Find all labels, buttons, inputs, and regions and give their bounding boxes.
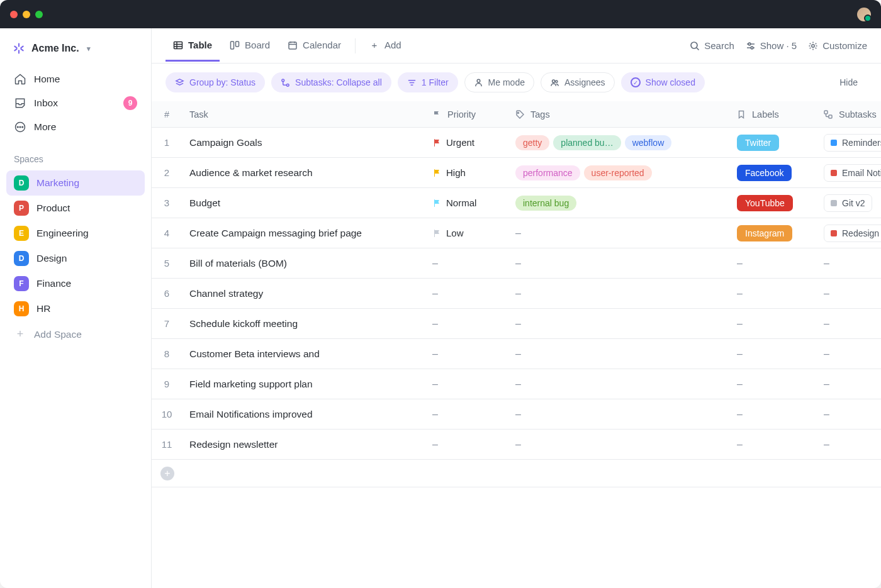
tags-cell[interactable]: – xyxy=(508,288,729,299)
space-item-engineering[interactable]: EEngineering xyxy=(6,221,145,246)
tags-cell[interactable]: – xyxy=(508,439,729,450)
subtasks-cell[interactable]: Reminders for xyxy=(816,134,881,152)
table-row[interactable]: 11 Redesign newsletter – – – – xyxy=(152,430,881,460)
tag-chip[interactable]: getty xyxy=(515,135,549,150)
labels-cell[interactable]: – xyxy=(729,258,816,269)
column-task[interactable]: Task xyxy=(182,109,425,119)
task-name[interactable]: Schedule kickoff meeting xyxy=(182,318,425,330)
task-name[interactable]: Bill of materials (BOM) xyxy=(182,258,425,269)
labels-cell[interactable]: Twitter xyxy=(729,135,816,151)
tags-cell[interactable]: – xyxy=(508,348,729,360)
table-row[interactable]: 3 Budget Normal internal bug YouTubbe Gi… xyxy=(152,188,881,218)
minimize-window-button[interactable] xyxy=(23,11,30,18)
hide-button[interactable]: Hide xyxy=(830,72,867,92)
label-chip[interactable]: Twitter xyxy=(737,135,779,151)
labels-cell[interactable]: – xyxy=(729,348,816,360)
space-item-design[interactable]: DDesign xyxy=(6,246,145,271)
priority-cell[interactable]: – xyxy=(425,379,508,390)
column-labels[interactable]: Labels xyxy=(729,109,816,119)
tags-cell[interactable]: – xyxy=(508,258,729,269)
space-item-hr[interactable]: HHR xyxy=(6,296,145,321)
label-chip[interactable]: Instagram xyxy=(737,225,792,241)
label-chip[interactable]: Facebook xyxy=(737,165,792,181)
assignees-pill[interactable]: Assignees xyxy=(541,72,615,92)
nav-home[interactable]: Home xyxy=(6,67,145,91)
table-row[interactable]: 5 Bill of materials (BOM) – – – – xyxy=(152,248,881,279)
subtask-chip[interactable]: Email Notificat xyxy=(824,164,881,182)
space-item-product[interactable]: PProduct xyxy=(6,196,145,221)
table-row[interactable]: 8 Customer Beta interviews and – – – – xyxy=(152,339,881,369)
priority-cell[interactable]: – xyxy=(425,318,508,330)
user-avatar[interactable] xyxy=(857,8,871,21)
priority-cell[interactable]: – xyxy=(425,348,508,360)
subtasks-cell[interactable]: – xyxy=(816,439,881,450)
filter-pill[interactable]: 1 Filter xyxy=(398,72,458,92)
priority-cell[interactable]: High xyxy=(425,167,508,178)
labels-cell[interactable]: – xyxy=(729,409,816,420)
tag-chip[interactable]: user-reported xyxy=(584,165,652,180)
show-closed-pill[interactable]: ✓ Show closed xyxy=(621,72,705,92)
task-name[interactable]: Customer Beta interviews and xyxy=(182,348,425,360)
show-button[interactable]: Show · 5 xyxy=(746,40,797,51)
subtasks-cell[interactable]: – xyxy=(816,379,881,390)
me-mode-pill[interactable]: Me mode xyxy=(464,72,534,92)
labels-cell[interactable]: – xyxy=(729,379,816,390)
nav-inbox[interactable]: Inbox 9 xyxy=(6,91,145,115)
tags-cell[interactable]: – xyxy=(508,379,729,390)
tab-board[interactable]: Board xyxy=(222,30,278,62)
priority-cell[interactable]: Low xyxy=(425,228,508,238)
tags-cell[interactable]: internal bug xyxy=(508,196,729,211)
labels-cell[interactable]: – xyxy=(729,318,816,330)
group-by-pill[interactable]: Group by: Status xyxy=(166,72,265,92)
labels-cell[interactable]: YouTubbe xyxy=(729,195,816,211)
priority-cell[interactable]: Urgent xyxy=(425,137,508,148)
subtasks-cell[interactable]: – xyxy=(816,348,881,360)
subtasks-cell[interactable]: Redesign Chro xyxy=(816,225,881,242)
subtasks-cell[interactable]: – xyxy=(816,258,881,269)
search-button[interactable]: Search xyxy=(690,40,734,51)
task-name[interactable]: Channel strategy xyxy=(182,288,425,299)
priority-cell[interactable]: – xyxy=(425,409,508,420)
column-tags[interactable]: Tags xyxy=(508,109,729,119)
task-name[interactable]: Create Campaign messaging brief page xyxy=(182,228,425,239)
table-row[interactable]: 7 Schedule kickoff meeting – – – – xyxy=(152,309,881,339)
tags-cell[interactable]: performance user-reported xyxy=(508,165,729,180)
priority-cell[interactable]: – xyxy=(425,439,508,450)
subtasks-cell[interactable]: – xyxy=(816,288,881,299)
task-name[interactable]: Audience & market research xyxy=(182,167,425,179)
table-row[interactable]: 4 Create Campaign messaging brief page L… xyxy=(152,218,881,248)
priority-cell[interactable]: – xyxy=(425,288,508,299)
tags-cell[interactable]: getty planned bu… webflow xyxy=(508,135,729,150)
tags-cell[interactable]: – xyxy=(508,409,729,420)
priority-cell[interactable]: – xyxy=(425,258,508,269)
tags-cell[interactable]: – xyxy=(508,318,729,330)
table-row[interactable]: 2 Audience & market research High perfor… xyxy=(152,158,881,188)
labels-cell[interactable]: – xyxy=(729,288,816,299)
task-name[interactable]: Email Notifications improved xyxy=(182,409,425,420)
table-row[interactable]: 6 Channel strategy – – – – xyxy=(152,279,881,309)
priority-cell[interactable]: Normal xyxy=(425,197,508,208)
add-task-button[interactable]: + xyxy=(160,467,174,480)
subtask-chip[interactable]: Redesign Chro xyxy=(824,225,881,242)
task-name[interactable]: Campaign Goals xyxy=(182,137,425,148)
table-row[interactable]: 9 Field marketing support plan – – – – xyxy=(152,369,881,399)
customize-button[interactable]: Customize xyxy=(808,40,867,51)
subtasks-pill[interactable]: Subtasks: Collapse all xyxy=(271,72,391,92)
subtasks-cell[interactable]: Email Notificat xyxy=(816,164,881,182)
workspace-selector[interactable]: Acme Inc. ▾ xyxy=(0,35,151,64)
table-row[interactable]: 10 Email Notifications improved – – – – xyxy=(152,399,881,430)
tag-chip[interactable]: planned bu… xyxy=(553,135,620,150)
space-item-marketing[interactable]: DMarketing xyxy=(6,170,145,196)
task-name[interactable]: Field marketing support plan xyxy=(182,379,425,390)
subtask-chip[interactable]: Git v2 xyxy=(824,194,872,212)
subtasks-cell[interactable]: – xyxy=(816,409,881,420)
labels-cell[interactable]: Facebook xyxy=(729,165,816,181)
labels-cell[interactable]: – xyxy=(729,439,816,450)
tag-chip[interactable]: webflow xyxy=(625,135,672,150)
tag-chip[interactable]: performance xyxy=(515,165,580,180)
add-space-button[interactable]: + Add Space xyxy=(0,321,151,347)
tab-table[interactable]: Table xyxy=(166,30,220,62)
tab-calendar[interactable]: Calendar xyxy=(280,30,349,62)
task-name[interactable]: Budget xyxy=(182,197,425,209)
subtask-chip[interactable]: Reminders for xyxy=(824,134,881,152)
